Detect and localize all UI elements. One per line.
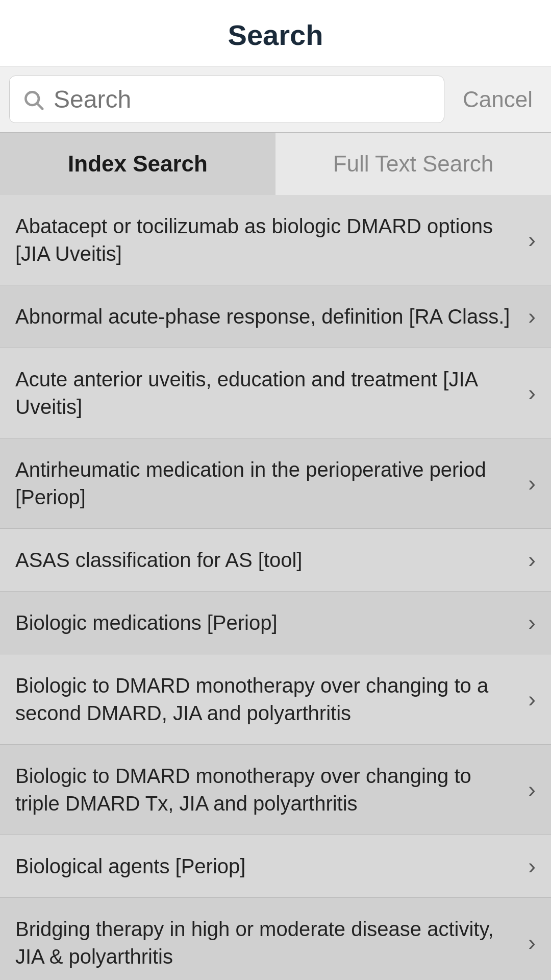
chevron-right-icon: › xyxy=(528,227,536,253)
list-item[interactable]: Biological agents [Periop] › xyxy=(0,835,551,898)
list-item-text: Biological agents [Periop] xyxy=(15,852,528,880)
list-item-text: Biologic medications [Periop] xyxy=(15,609,528,636)
list-item[interactable]: Abatacept or tocilizumab as biologic DMA… xyxy=(0,195,551,285)
svg-line-1 xyxy=(37,104,42,109)
tab-full-text-search[interactable]: Full Text Search xyxy=(276,133,551,195)
search-bar: Cancel xyxy=(0,66,551,133)
list-item-text: Acute anterior uveitis, education and tr… xyxy=(15,365,528,421)
list-item[interactable]: Bridging therapy in high or moderate dis… xyxy=(0,898,551,980)
list-item-text: ASAS classification for AS [tool] xyxy=(15,546,528,574)
search-input[interactable] xyxy=(54,85,432,113)
cancel-button[interactable]: Cancel xyxy=(444,78,551,121)
search-icon xyxy=(22,88,44,111)
list-item-text: Abnormal acute-phase response, definitio… xyxy=(15,303,528,330)
tab-index-search[interactable]: Index Search xyxy=(0,133,276,195)
list-item-text: Abatacept or tocilizumab as biologic DMA… xyxy=(15,212,528,267)
chevron-right-icon: › xyxy=(528,547,536,573)
list-item[interactable]: Antirheumatic medication in the perioper… xyxy=(0,438,551,529)
list-item[interactable]: Biologic to DMARD monotherapy over chang… xyxy=(0,745,551,835)
search-input-wrapper xyxy=(9,76,444,123)
chevron-right-icon: › xyxy=(528,687,536,712)
list-item[interactable]: Biologic to DMARD monotherapy over chang… xyxy=(0,654,551,745)
search-results-list: Abatacept or tocilizumab as biologic DMA… xyxy=(0,195,551,980)
chevron-right-icon: › xyxy=(528,610,536,635)
header: Search xyxy=(0,0,551,66)
list-item-text: Antirheumatic medication in the perioper… xyxy=(15,456,528,511)
chevron-right-icon: › xyxy=(528,777,536,802)
list-item-text: Biologic to DMARD monotherapy over chang… xyxy=(15,762,528,817)
chevron-right-icon: › xyxy=(528,853,536,879)
list-item[interactable]: ASAS classification for AS [tool] › xyxy=(0,529,551,592)
chevron-right-icon: › xyxy=(528,471,536,496)
list-item[interactable]: Biologic medications [Periop] › xyxy=(0,592,551,654)
list-item[interactable]: Abnormal acute-phase response, definitio… xyxy=(0,285,551,348)
page-title: Search xyxy=(10,18,541,52)
list-item-text: Bridging therapy in high or moderate dis… xyxy=(15,915,528,970)
list-item[interactable]: Acute anterior uveitis, education and tr… xyxy=(0,348,551,438)
tabs: Index Search Full Text Search xyxy=(0,133,551,195)
chevron-right-icon: › xyxy=(528,380,536,406)
chevron-right-icon: › xyxy=(528,304,536,329)
list-item-text: Biologic to DMARD monotherapy over chang… xyxy=(15,672,528,727)
chevron-right-icon: › xyxy=(528,930,536,955)
